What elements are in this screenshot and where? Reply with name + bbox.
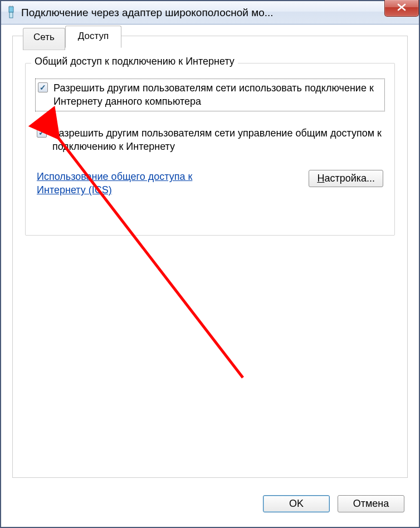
svg-rect-1: [9, 12, 13, 18]
checkbox-allow-control-label: Разрешить другим пользователям сети упра…: [52, 126, 383, 154]
tab-body-access: Общий доступ к подключению к Интернету Р…: [13, 53, 407, 477]
cancel-button[interactable]: Отмена: [338, 495, 404, 512]
adapter-icon: [6, 6, 17, 20]
settings-button-rest: астройка...: [324, 173, 375, 184]
settings-button-accel: Н: [317, 173, 324, 184]
svg-rect-0: [9, 7, 13, 12]
settings-button[interactable]: Настройка...: [309, 170, 383, 187]
checkbox-allow-control[interactable]: [37, 128, 47, 138]
checkbox-allow-use-label: Разрешить другим пользователям сети испо…: [53, 81, 382, 109]
group-ics: Общий доступ к подключению к Интернету Р…: [25, 63, 395, 236]
footer-buttons: OK Отмена: [263, 495, 404, 512]
checkbox-allow-use[interactable]: [38, 82, 48, 92]
titlebar: Подключение через адаптер широкополосной…: [1, 1, 419, 25]
checkbox-row-allow-control: Разрешить другим пользователям сети упра…: [37, 126, 383, 154]
checkbox-row-allow-use: Разрешить другим пользователям сети испо…: [37, 80, 383, 110]
client-area: Сеть Доступ Общий доступ к подключению к…: [2, 26, 418, 526]
tab-access[interactable]: Доступ: [65, 26, 121, 48]
tab-network[interactable]: Сеть: [23, 28, 65, 50]
window: Подключение через адаптер широкополосной…: [0, 0, 420, 528]
close-button[interactable]: [384, 0, 419, 17]
ics-help-link[interactable]: Использование общего доступа к Интернету…: [37, 170, 221, 197]
ok-button[interactable]: OK: [263, 495, 330, 512]
link-row: Использование общего доступа к Интернету…: [37, 170, 383, 197]
close-icon: [397, 3, 406, 13]
tab-container: Сеть Доступ Общий доступ к подключению к…: [12, 36, 408, 478]
window-title: Подключение через адаптер широкополосной…: [21, 7, 419, 19]
group-title: Общий доступ к подключению к Интернету: [31, 56, 238, 67]
